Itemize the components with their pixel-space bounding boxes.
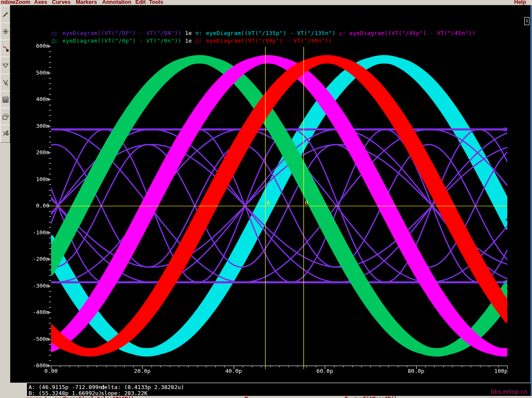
legend-line-1: □: eyeDiagram((VT("/DP") - VT("/DN")) 1e… [52,30,475,36]
plot-canvas[interactable] [0,0,532,398]
mouse-left-binding: mouse L: awvMouseSingleSelectPtCB() [26,396,134,398]
legend-entry: ▽: eyeDiagram((VT("/135p") - VT("/135n") [195,30,339,36]
legend-entry: □: eyeDiagram((VT("/DP") - VT("/DN")) [52,30,185,36]
marker-a-readout: A: (46.9115p -712.899n) [29,384,105,390]
marker-b-readout: B: (55.3248p 1.66992u) [29,390,102,396]
mouse-bindings-strip: mouse L: awvMouseSingleSelectPtCB() M: R… [0,396,532,398]
mouse-middle-binding: M: [245,396,251,398]
x-tick-label: 80.0p [403,368,429,374]
delta-readout: delta: (8.4133p 2.38282u) [101,384,184,390]
legend-entry: △: eyeDiagram((VT("/45p") - VT("/45n")) [339,30,476,36]
watermark: bbs.eetop.cn [491,388,527,395]
x-tick-label: 60.0p [312,368,338,374]
legend-line-2: □: eyeDiagram((VT("/0p") - VT("/0n")) 1e… [52,37,332,44]
y-tick-label: 100m [26,176,49,182]
window-number-box: 1 [524,17,529,25]
legend-entry: 1e [185,37,196,44]
legend-entry: □: eyeDiagram((VT("/90p") - VT("/90n")) [195,37,332,44]
y-tick-label: 500m [26,69,49,76]
marker-status-panel: A: (46.9115p -712.899n) delta: (8.4133p … [26,383,531,396]
legend-entry: 1e [185,30,196,36]
y-tick-label: 300m [26,123,49,129]
y-tick-label: 0.00 [26,202,49,209]
y-tick-label: -200m [26,256,49,262]
y-tick-label: -100m [26,229,49,236]
y-tick-label: 400m [26,96,49,102]
legend-entry: □: eyeDiagram((VT("/0p") - VT("/0n")) [52,37,185,44]
y-tick-label: -500m [26,336,49,342]
y-tick-label: -300m [26,283,49,289]
mouse-right-binding: R: awvFitMenuCB() [345,396,397,398]
x-tick-label: 20.0p [129,368,155,374]
x-tick-label: 40.0p [221,368,246,374]
x-tick-label: 0.00 [38,368,64,374]
waveform-window: ndowZoomAxesCurvesMarkersAnnotationEditT… [0,0,532,398]
y-tick-label: -400m [26,309,49,315]
y-tick-label: 200m [26,149,49,156]
slope-readout: slope: 283.22K [101,390,148,396]
y-tick-label: 600m [26,43,49,49]
x-tick-label: 100p [488,368,514,374]
